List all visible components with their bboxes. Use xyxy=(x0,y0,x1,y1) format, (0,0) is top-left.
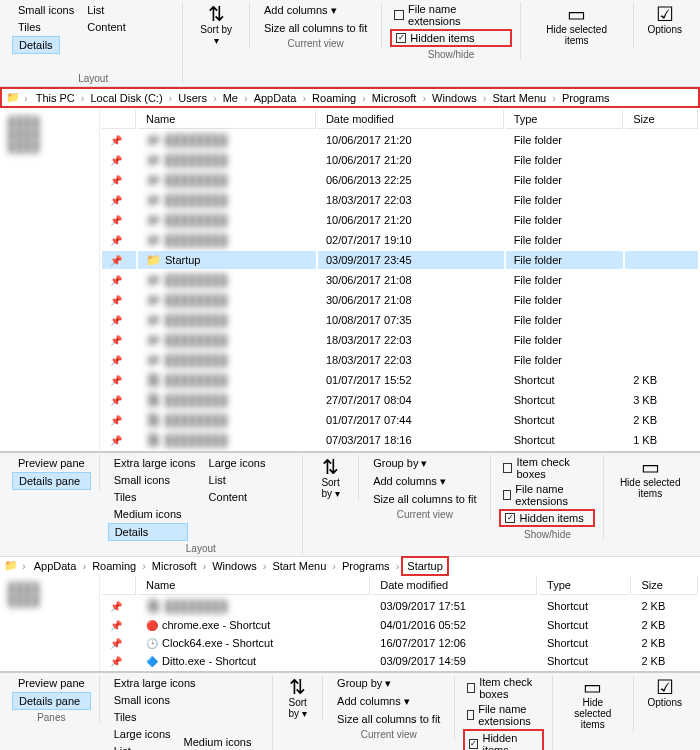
breadcrumb-segment[interactable]: Programs xyxy=(558,90,614,106)
breadcrumb-segment[interactable]: Startup xyxy=(401,556,448,576)
hidden-items-check[interactable]: ✓Hidden items xyxy=(390,29,511,47)
table-row[interactable]: 📌████████10/06/2017 21:20File folder xyxy=(102,211,698,229)
breadcrumb-segment[interactable]: Programs xyxy=(338,558,394,574)
breadcrumb-segment[interactable]: This PC xyxy=(32,90,79,106)
col-size[interactable]: Size xyxy=(625,110,698,129)
tiles-btn[interactable]: Tiles xyxy=(12,19,80,35)
sort-by-btn[interactable]: ⇅Sort by ▾ xyxy=(311,455,350,501)
group-by-btn[interactable]: Group by ▾ xyxy=(367,455,482,472)
table-row[interactable]: 📌████████18/03/2017 22:03File folder xyxy=(102,331,698,349)
table-row[interactable]: 📌Clock64.exe - Shortcut16/07/2017 12:06S… xyxy=(102,635,698,651)
table-row[interactable]: 📌████████06/06/2013 22:25File folder xyxy=(102,171,698,189)
pin-icon: 📌 xyxy=(110,315,128,326)
breadcrumb-segment[interactable]: AppData xyxy=(250,90,301,106)
size-all-btn[interactable]: Size all columns to fit xyxy=(367,491,482,507)
sort-by-btn[interactable]: ⇅Sort by ▾ xyxy=(281,675,314,721)
table-row[interactable]: 📌████████02/07/2017 19:10File folder xyxy=(102,231,698,249)
breadcrumb-segment[interactable]: AppData xyxy=(30,558,81,574)
pin-icon: 📌 xyxy=(110,255,128,266)
breadcrumb-segment[interactable]: Start Menu xyxy=(268,558,330,574)
nav-tree[interactable]: ████████ xyxy=(0,574,100,671)
nav-tree[interactable]: ████████████ xyxy=(0,108,100,451)
breadcrumb-segment[interactable]: Users xyxy=(174,90,211,106)
file-ext-check[interactable]: File name extensions xyxy=(390,2,511,28)
pin-icon: 📌 xyxy=(110,155,128,166)
details-btn[interactable]: Details xyxy=(12,36,60,54)
breadcrumb-segment[interactable]: Windows xyxy=(208,558,261,574)
table-row[interactable]: 📌████████27/07/2017 08:04Shortcut3 KB xyxy=(102,391,698,409)
table-row[interactable]: 📌████████03/09/2017 17:51Shortcut2 KB xyxy=(102,597,698,615)
table-row[interactable]: 📌Ditto.exe - Shortcut03/09/2017 14:59Sho… xyxy=(102,653,698,669)
sort-by-btn[interactable]: ⇅ Sort by ▾ xyxy=(191,2,241,48)
layout-group-label: Layout xyxy=(78,71,108,84)
item-check-boxes[interactable]: Item check boxes xyxy=(499,455,595,481)
options-btn[interactable]: ☑ Options xyxy=(642,2,688,37)
pin-icon: 📌 xyxy=(110,275,128,286)
ribbon-3: Preview pane Details pane Panes Extra la… xyxy=(0,673,700,750)
table-row[interactable]: 📌████████10/06/2017 21:20File folder xyxy=(102,131,698,149)
table-row[interactable]: 📌████████10/08/2017 07:35File folder xyxy=(102,311,698,329)
breadcrumb-segment[interactable]: Roaming xyxy=(308,90,360,106)
small-icons-btn[interactable]: Small icons xyxy=(108,472,202,488)
list-btn[interactable]: List xyxy=(81,2,132,18)
add-columns-btn[interactable]: Add columns ▾ xyxy=(258,2,373,19)
hidden-items-check[interactable]: ✓Hidden items xyxy=(499,509,595,527)
table-row[interactable]: 📌████████30/06/2017 21:08File folder xyxy=(102,291,698,309)
size-all-btn[interactable]: Size all columns to fit xyxy=(258,20,373,36)
hide-selected-btn[interactable]: ▭Hide selected items xyxy=(612,455,688,501)
pin-icon: 📌 xyxy=(110,235,128,246)
content-btn[interactable]: Content xyxy=(203,489,272,505)
preview-pane-btn[interactable]: Preview pane xyxy=(12,455,91,471)
table-row[interactable]: 📌████████18/03/2017 22:03File folder xyxy=(102,351,698,369)
pin-icon: 📌 xyxy=(110,435,128,446)
large-icons-btn[interactable]: Large icons xyxy=(203,455,272,471)
file-list-2: NameDate modifiedTypeSize 📌████████03/09… xyxy=(100,574,700,671)
file-ext-check[interactable]: File name extensions xyxy=(499,482,595,508)
table-row[interactable]: 📌chrome.exe - Shortcut04/01/2016 05:52Sh… xyxy=(102,617,698,633)
table-row[interactable]: 📌████████18/03/2017 22:03File folder xyxy=(102,191,698,209)
sort-icon: ⇅ xyxy=(208,4,225,24)
options-btn[interactable]: ☑Options xyxy=(642,675,688,710)
pin-icon: 📌 xyxy=(110,620,128,631)
breadcrumb-segment[interactable]: Roaming xyxy=(88,558,140,574)
details-btn[interactable]: Details xyxy=(108,523,188,541)
pin-icon: 📌 xyxy=(110,335,128,346)
pin-icon: 📌 xyxy=(110,656,128,667)
breadcrumb-segment[interactable]: Microsoft xyxy=(368,90,421,106)
table-row[interactable]: 📌Startup03/09/2017 23:45File folder xyxy=(102,251,698,269)
table-row[interactable]: 📌████████07/03/2017 18:16Shortcut1 KB xyxy=(102,431,698,449)
breadcrumb-segment[interactable]: Start Menu xyxy=(488,90,550,106)
table-row[interactable]: 📌████████10/06/2017 21:20File folder xyxy=(102,151,698,169)
medium-icons-btn[interactable]: Medium icons xyxy=(108,506,188,522)
add-columns-btn[interactable]: Add columns ▾ xyxy=(367,473,482,490)
col-name[interactable]: Name xyxy=(138,110,316,129)
pin-icon: 📌 xyxy=(110,375,128,386)
options-icon: ☑ xyxy=(656,4,674,24)
table-row[interactable]: 📌████████01/07/2017 15:52Shortcut2 KB xyxy=(102,371,698,389)
breadcrumb-segment[interactable]: Windows xyxy=(428,90,481,106)
checkbox-icon xyxy=(394,10,404,20)
table-row[interactable]: 📌████████30/06/2017 21:08File folder xyxy=(102,271,698,289)
folder-icon: 📁 xyxy=(6,91,20,104)
hide-selected-btn[interactable]: ▭ Hide selected items xyxy=(529,2,625,48)
tiles-btn[interactable]: Tiles xyxy=(108,489,202,505)
small-icons-btn[interactable]: Small icons xyxy=(12,2,80,18)
breadcrumb-segment[interactable]: Microsoft xyxy=(148,558,201,574)
breadcrumb-1[interactable]: 📁› This PC›Local Disk (C:)›Users›Me›AppD… xyxy=(0,87,700,108)
col-date[interactable]: Date modified xyxy=(318,110,504,129)
details-pane-btn[interactable]: Details pane xyxy=(12,472,91,490)
breadcrumb-segment[interactable]: Me xyxy=(219,90,242,106)
col-type[interactable]: Type xyxy=(506,110,623,129)
list-btn[interactable]: List xyxy=(203,472,272,488)
pin-icon: 📌 xyxy=(110,415,128,426)
details-pane-btn[interactable]: Details pane xyxy=(12,692,91,710)
extra-large-icons-btn[interactable]: Extra large icons xyxy=(108,455,202,471)
hide-selected-btn[interactable]: ▭Hide selected items xyxy=(561,675,625,732)
table-row[interactable]: 📌████████01/07/2017 07:44Shortcut2 KB xyxy=(102,411,698,429)
preview-pane-btn[interactable]: Preview pane xyxy=(12,675,91,691)
breadcrumb-2[interactable]: 📁› AppData›Roaming›Microsoft›Windows›Sta… xyxy=(0,557,700,574)
content-btn[interactable]: Content xyxy=(81,19,132,35)
hidden-items-check[interactable]: ✓Hidden items xyxy=(463,729,544,750)
pin-icon: 📌 xyxy=(110,355,128,366)
breadcrumb-segment[interactable]: Local Disk (C:) xyxy=(86,90,166,106)
